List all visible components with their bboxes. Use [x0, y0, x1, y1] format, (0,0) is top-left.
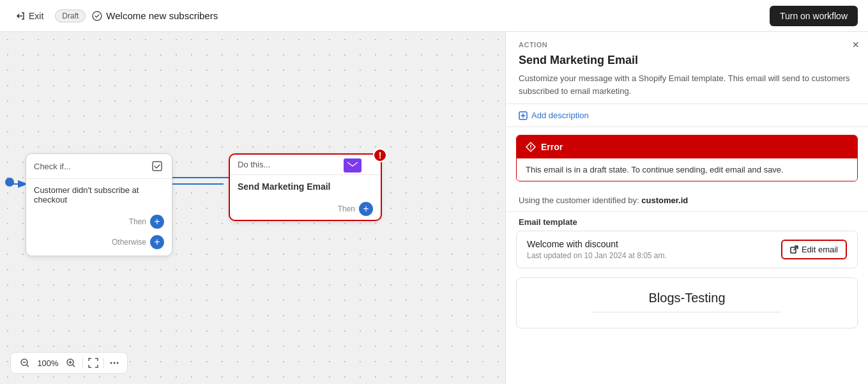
exit-icon	[15, 11, 26, 21]
action-node-footer: Then +	[230, 198, 381, 220]
add-desc-icon	[519, 111, 528, 120]
edit-email-button[interactable]: Edit email	[781, 240, 847, 259]
more-options-icon	[109, 358, 119, 368]
external-link-icon	[790, 245, 798, 254]
zoom-in-button[interactable]	[65, 357, 77, 369]
svg-point-13	[114, 362, 116, 364]
check-condition-text: Customer didn't subscribe at checkout	[34, 185, 139, 204]
action-node-body: Send Marketing Email	[230, 175, 381, 198]
zoom-level: 100%	[36, 358, 59, 368]
template-updated: Last updated on 10 Jan 2024 at 8:05 am.	[527, 251, 667, 260]
email-template-label: Email template	[506, 212, 868, 231]
check-node-header: Check if...	[26, 154, 172, 179]
customer-label: Using the customer identified by:	[519, 196, 639, 205]
action-node-title: Do this...	[238, 160, 270, 169]
panel-close-button[interactable]: ×	[852, 38, 859, 52]
controls-divider2	[103, 358, 104, 368]
connector-svg	[172, 147, 230, 217]
add-description-button[interactable]: Add description	[506, 104, 868, 127]
top-header: Exit Draft Welcome new subscribers Turn …	[0, 0, 868, 32]
action-node[interactable]: ! Do this... Send Marketing Email Then +	[229, 153, 382, 221]
start-dot	[5, 178, 14, 187]
zoom-out-icon	[20, 358, 29, 367]
error-panel-body: This email is in a draft state. To conti…	[517, 158, 857, 181]
otherwise-add-button[interactable]: +	[150, 235, 164, 249]
svg-line-7	[27, 365, 29, 367]
action-side-panel: × ACTION Send Marketing Email Customize …	[505, 32, 868, 384]
main-content: Check if... Customer didn't subscribe at…	[0, 32, 868, 384]
svg-point-16	[530, 148, 531, 150]
template-name: Welcome with discount	[527, 239, 667, 249]
more-options-button[interactable]	[109, 358, 119, 368]
edit-email-label: Edit email	[802, 245, 838, 254]
error-message: This email is in a draft state. To conti…	[526, 165, 784, 174]
check-node-body: Customer didn't subscribe at checkout	[26, 179, 172, 211]
then-add-button[interactable]: +	[150, 215, 164, 229]
svg-rect-4	[347, 162, 358, 169]
check-circle-icon	[92, 11, 102, 21]
customer-id-value: customer.id	[641, 196, 688, 205]
workflow-name: Welcome new subscribers	[106, 10, 218, 21]
svg-point-12	[110, 362, 112, 364]
header-left: Exit Draft Welcome new subscribers	[10, 8, 762, 24]
otherwise-label: Otherwise	[112, 238, 146, 247]
workflow-title: Welcome new subscribers	[92, 10, 218, 21]
error-panel-header: Error	[517, 135, 857, 158]
check-icon	[150, 159, 164, 173]
svg-rect-2	[153, 162, 162, 171]
action-name: Send Marketing Email	[238, 181, 330, 192]
email-template-card: Welcome with discount Last updated on 10…	[516, 231, 858, 268]
otherwise-row: Otherwise +	[26, 233, 172, 256]
error-title: Error	[541, 142, 563, 152]
email-icon-badge	[344, 158, 362, 173]
svg-line-11	[73, 365, 75, 367]
check-node-footer: Then +	[26, 211, 172, 233]
panel-title: Send Marketing Email	[506, 51, 868, 70]
fit-screen-icon	[88, 358, 98, 368]
panel-section-label: ACTION	[506, 32, 868, 51]
draft-badge: Draft	[55, 10, 86, 22]
error-panel: Error This email is in a draft state. To…	[516, 135, 858, 181]
error-diamond-icon	[526, 142, 536, 152]
exit-button[interactable]: Exit	[10, 8, 49, 24]
add-desc-label: Add description	[531, 111, 589, 120]
workflow-canvas: Check if... Customer didn't subscribe at…	[0, 32, 505, 384]
email-preview-area: Blogs-Testing	[516, 277, 858, 328]
svg-point-14	[117, 362, 119, 364]
panel-description: Customize your message with a Shopify Em…	[506, 70, 868, 104]
preview-divider	[593, 312, 782, 312]
check-if-node[interactable]: Check if... Customer didn't subscribe at…	[26, 153, 172, 256]
action-then-label: Then	[338, 204, 355, 213]
customer-id-row: Using the customer identified by: custom…	[506, 189, 868, 211]
turn-on-workflow-button[interactable]: Turn on workflow	[770, 6, 858, 26]
panel-divider-2	[506, 127, 868, 127]
exit-label: Exit	[29, 11, 43, 21]
then-label: Then	[129, 217, 146, 226]
check-node-title: Check if...	[34, 162, 71, 171]
fit-screen-button[interactable]	[88, 358, 98, 368]
action-then-add-button[interactable]: +	[359, 202, 373, 216]
zoom-in-icon	[66, 358, 75, 367]
canvas-controls: 100%	[10, 352, 128, 374]
controls-divider	[82, 358, 83, 368]
template-info: Welcome with discount Last updated on 10…	[527, 239, 667, 260]
preview-title: Blogs-Testing	[648, 291, 725, 305]
error-indicator: !	[373, 148, 387, 162]
zoom-out-button[interactable]	[19, 357, 31, 369]
